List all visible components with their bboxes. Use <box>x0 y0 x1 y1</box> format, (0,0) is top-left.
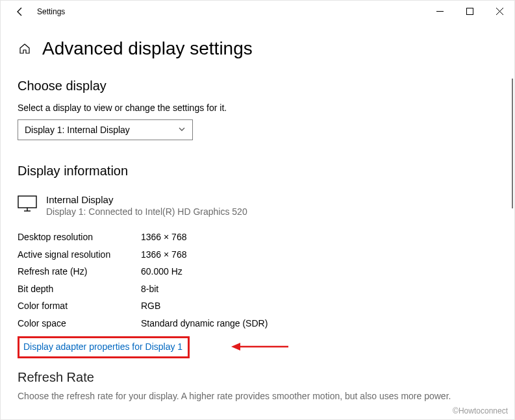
display-connection: Display 1: Connected to Intel(R) HD Grap… <box>46 206 247 217</box>
spec-label: Color space <box>18 315 141 332</box>
svg-rect-4 <box>18 196 36 208</box>
refresh-rate-description: Choose the refresh rate for your display… <box>18 390 497 403</box>
display-information-heading: Display information <box>18 164 497 179</box>
spec-label: Bit depth <box>18 280 141 298</box>
spec-label: Desktop resolution <box>18 229 141 246</box>
display-select-dropdown[interactable]: Display 1: Internal Display <box>18 119 193 140</box>
spec-label: Active signal resolution <box>18 246 141 264</box>
monitor-icon <box>18 195 37 212</box>
minimize-icon <box>436 8 444 15</box>
scrollbar-indicator[interactable] <box>512 79 513 208</box>
spec-row: Color formatRGB <box>18 297 497 315</box>
window-controls <box>425 1 514 21</box>
svg-marker-8 <box>231 343 240 351</box>
spec-value: 8-bit <box>141 280 158 298</box>
maximize-icon <box>466 8 473 15</box>
adapter-link-highlight: Display adapter properties for Display 1 <box>18 336 190 358</box>
display-select-value: Display 1: Internal Display <box>25 125 130 135</box>
spec-label: Refresh rate (Hz) <box>18 263 141 280</box>
spec-row: Active signal resolution1366 × 768 <box>18 246 497 264</box>
maximize-button[interactable] <box>455 1 484 21</box>
page-header: Advanced display settings <box>18 38 497 59</box>
spec-value: 60.000 Hz <box>141 263 182 280</box>
chevron-down-icon <box>178 125 186 135</box>
display-name: Internal Display <box>46 194 247 205</box>
back-button[interactable] <box>12 4 28 19</box>
minimize-button[interactable] <box>425 1 455 21</box>
close-icon <box>496 8 503 15</box>
close-button[interactable] <box>484 1 514 21</box>
refresh-rate-heading: Refresh Rate <box>18 370 497 385</box>
svg-rect-1 <box>466 8 473 14</box>
spec-value: 1366 × 768 <box>141 229 186 246</box>
spec-label: Color format <box>18 297 141 315</box>
choose-display-heading: Choose display <box>18 79 497 93</box>
window-title: Settings <box>37 7 65 16</box>
spec-row: Color spaceStandard dynamic range (SDR) <box>18 315 497 332</box>
home-button[interactable] <box>18 42 32 56</box>
page-title: Advanced display settings <box>42 38 253 59</box>
home-icon <box>18 42 31 55</box>
display-adapter-properties-link[interactable]: Display adapter properties for Display 1 <box>23 341 182 352</box>
spec-value: Standard dynamic range (SDR) <box>141 315 268 332</box>
spec-row: Desktop resolution1366 × 768 <box>18 229 497 246</box>
spec-value: RGB <box>141 297 160 315</box>
spec-row: Bit depth8-bit <box>18 280 497 298</box>
annotation-arrow <box>231 341 290 355</box>
display-info-block: Internal Display Display 1: Connected to… <box>18 194 497 217</box>
spec-table: Desktop resolution1366 × 768Active signa… <box>18 229 497 332</box>
back-arrow-icon <box>15 6 25 17</box>
spec-value: 1366 × 768 <box>141 246 186 264</box>
choose-display-helper: Select a display to view or change the s… <box>18 103 497 113</box>
watermark: ©Howtoconnect <box>453 406 508 415</box>
spec-row: Refresh rate (Hz)60.000 Hz <box>18 263 497 280</box>
